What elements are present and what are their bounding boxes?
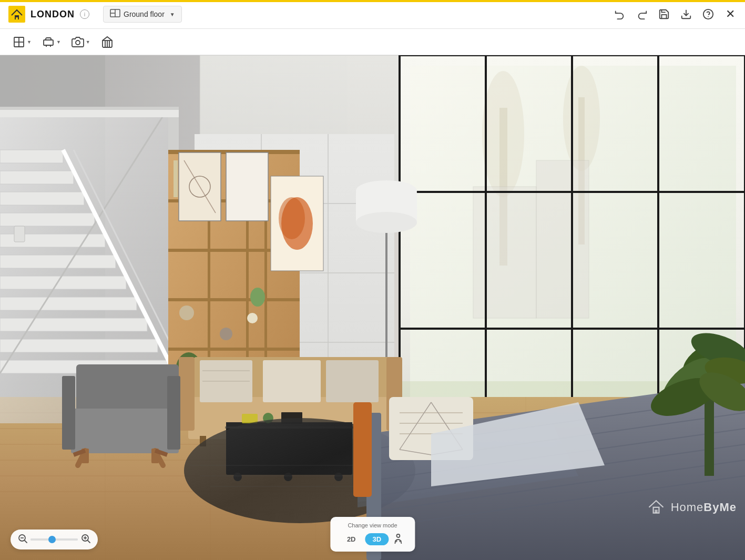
svg-rect-120 xyxy=(263,360,321,402)
svg-point-30 xyxy=(563,66,600,171)
svg-rect-63 xyxy=(0,171,74,184)
svg-rect-87 xyxy=(185,163,189,197)
zoom-in-icon[interactable] xyxy=(81,534,90,545)
zoom-out-icon[interactable] xyxy=(18,534,27,545)
svg-rect-118 xyxy=(373,436,380,446)
svg-rect-121 xyxy=(326,360,379,402)
svg-point-186 xyxy=(396,534,400,537)
svg-marker-124 xyxy=(358,423,578,507)
svg-rect-96 xyxy=(226,152,268,221)
tab-2d[interactable]: 2D xyxy=(340,533,363,545)
top-accent-bar xyxy=(0,0,745,2)
svg-rect-83 xyxy=(246,199,249,393)
svg-rect-140 xyxy=(71,409,179,453)
svg-marker-53 xyxy=(0,108,168,423)
svg-rect-81 xyxy=(168,393,300,397)
svg-line-163 xyxy=(400,450,431,455)
svg-line-150 xyxy=(368,397,745,450)
furniture-tool-button[interactable]: ▼ xyxy=(38,33,65,52)
svg-line-147 xyxy=(74,451,85,455)
redo-button[interactable] xyxy=(636,8,648,21)
svg-rect-58 xyxy=(0,276,126,289)
svg-line-97 xyxy=(184,160,216,213)
svg-marker-125 xyxy=(358,429,573,502)
tab-3d[interactable]: 3D xyxy=(365,533,389,545)
svg-rect-144 xyxy=(151,449,159,463)
svg-line-106 xyxy=(368,394,386,445)
svg-rect-88 xyxy=(190,168,195,197)
svg-point-100 xyxy=(281,197,313,250)
svg-rect-27 xyxy=(499,108,507,266)
info-icon[interactable]: i xyxy=(80,9,89,19)
svg-rect-174 xyxy=(0,108,179,117)
svg-point-171 xyxy=(703,354,745,388)
svg-rect-80 xyxy=(168,348,300,351)
topbar-left: LONDON i Ground floor ▼ xyxy=(8,6,614,23)
svg-point-105 xyxy=(186,362,207,392)
svg-point-133 xyxy=(263,413,273,423)
svg-rect-77 xyxy=(168,199,300,202)
svg-line-67 xyxy=(63,150,174,371)
svg-rect-56 xyxy=(0,318,147,331)
svg-rect-89 xyxy=(196,160,200,197)
svg-rect-139 xyxy=(76,364,179,422)
svg-rect-61 xyxy=(0,213,95,226)
help-button[interactable] xyxy=(702,8,715,21)
svg-line-148 xyxy=(155,451,167,455)
svg-line-68 xyxy=(74,150,184,371)
zoom-slider[interactable] xyxy=(30,538,78,541)
app-title: LONDON xyxy=(30,9,75,20)
undo-button[interactable] xyxy=(614,8,626,21)
svg-rect-95 xyxy=(179,152,221,221)
svg-rect-76 xyxy=(168,150,300,154)
app-logo xyxy=(8,6,25,23)
svg-line-185 xyxy=(88,541,90,543)
svg-rect-117 xyxy=(200,436,206,446)
download-button[interactable] xyxy=(680,8,692,21)
svg-rect-26 xyxy=(410,66,736,444)
svg-point-112 xyxy=(356,212,417,233)
svg-marker-66 xyxy=(168,108,179,423)
save-button[interactable] xyxy=(658,8,670,21)
svg-marker-23 xyxy=(200,55,400,350)
svg-rect-31 xyxy=(473,187,536,318)
svg-point-110 xyxy=(356,180,417,201)
zoom-control xyxy=(11,530,98,549)
measure-tool-button[interactable] xyxy=(97,33,118,52)
svg-line-162 xyxy=(431,402,463,450)
svg-point-28 xyxy=(482,71,524,197)
floor-selector[interactable]: Ground floor ▼ xyxy=(103,6,182,23)
svg-point-98 xyxy=(189,176,210,197)
svg-rect-79 xyxy=(168,298,300,301)
close-button[interactable]: ✕ xyxy=(724,8,737,21)
room-tool-chevron: ▼ xyxy=(27,39,32,45)
svg-rect-12 xyxy=(44,40,53,45)
svg-point-170 xyxy=(687,327,745,373)
camera-tool-button[interactable]: ▼ xyxy=(67,33,95,52)
floor-label: Ground floor xyxy=(124,10,165,18)
svg-rect-0 xyxy=(8,6,25,23)
camera-tool-chevron: ▼ xyxy=(86,39,90,45)
chevron-down-icon: ▼ xyxy=(170,12,175,17)
homebyme-logo-icon xyxy=(647,497,666,518)
svg-point-187 xyxy=(395,541,397,542)
svg-rect-114 xyxy=(188,397,396,439)
svg-rect-33 xyxy=(400,381,745,465)
person-view-button[interactable] xyxy=(391,532,405,546)
furniture-tool-chevron: ▼ xyxy=(56,39,61,45)
svg-rect-111 xyxy=(356,191,417,222)
svg-rect-166 xyxy=(353,402,372,497)
svg-marker-24 xyxy=(200,55,400,350)
zoom-thumb[interactable] xyxy=(48,536,56,543)
svg-line-145 xyxy=(78,451,85,465)
svg-rect-176 xyxy=(14,226,25,242)
svg-rect-116 xyxy=(386,357,402,431)
svg-rect-34 xyxy=(400,55,745,465)
main-viewport[interactable]: HomeByMe xyxy=(0,55,745,560)
svg-point-15 xyxy=(76,40,80,45)
svg-rect-22 xyxy=(0,55,105,455)
svg-rect-57 xyxy=(0,297,137,310)
room-tool-button[interactable]: ▼ xyxy=(8,33,36,52)
svg-rect-90 xyxy=(201,165,204,197)
svg-rect-142 xyxy=(167,376,180,450)
